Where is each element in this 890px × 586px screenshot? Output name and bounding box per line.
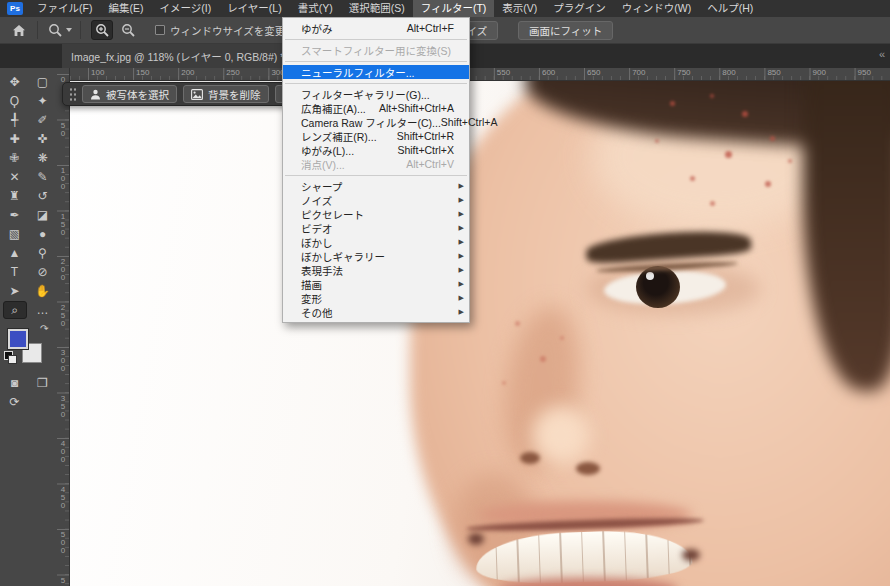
ruler-label: 600 — [540, 68, 585, 80]
menubar-item[interactable]: イメージ(I) — [151, 0, 219, 17]
menu-item-label: その他 — [301, 305, 333, 320]
remove-background-label: 背景を削除 — [208, 87, 261, 102]
menubar-item[interactable]: フィルター(T) — [413, 0, 495, 17]
filter-menu-item[interactable]: 変形 ▶ — [283, 291, 469, 305]
brush-tool[interactable]: ✎ — [31, 168, 55, 186]
ruler-label: 700 — [630, 68, 675, 80]
resize-windows-checkbox[interactable]: ウィンドウサイズを変更 — [155, 23, 285, 38]
filter-menu-item[interactable]: ぼかし ▶ — [283, 235, 469, 249]
horizontal-ruler[interactable]: 1001502002503003504004505005506006507007… — [70, 68, 890, 81]
color-swatches: ↷ — [8, 325, 57, 369]
filter-menu-item[interactable]: Camera Raw フィルター(C)... Shift+Ctrl+A ▶ — [283, 115, 469, 129]
photo-blemish — [670, 101, 675, 106]
history-brush-tool[interactable]: ↺ — [31, 187, 55, 205]
zoom-in-button[interactable] — [91, 20, 113, 40]
fit-screen-button[interactable]: 画面にフィット — [518, 21, 613, 40]
filter-menu-item[interactable]: レンズ補正(R)... Shift+Ctrl+R ▶ — [283, 129, 469, 143]
healing-brush-tool[interactable]: ✜ — [31, 130, 55, 148]
pen-tool[interactable]: ⊘ — [31, 263, 55, 281]
filter-menu-item[interactable]: 消点(V)... Alt+Ctrl+V ▶ — [283, 157, 469, 171]
menubar-item[interactable]: ファイル(F) — [29, 0, 100, 17]
filter-menu-item[interactable]: スマートフィルター用に変換(S) ▶ — [283, 43, 469, 57]
patch-tool[interactable]: ✙ — [3, 149, 27, 167]
submenu-arrow-icon: ▶ — [459, 252, 464, 260]
document-canvas[interactable] — [70, 81, 890, 586]
collapse-panels-icon[interactable]: « — [879, 48, 885, 60]
filter-menu-item[interactable]: ビデオ ▶ — [283, 221, 469, 235]
filter-menu-item[interactable]: 描画 ▶ — [283, 277, 469, 291]
ruler-label: 300 — [57, 348, 70, 394]
object-selection-tool[interactable]: ✦ — [31, 92, 55, 110]
quick-mask-button[interactable]: ◙ — [3, 374, 27, 392]
default-colors-icon[interactable] — [4, 351, 13, 360]
filter-menu-item[interactable]: ノイズ ▶ — [283, 193, 469, 207]
divider — [37, 21, 38, 39]
clone-stamp-tool[interactable]: ✕ — [3, 168, 27, 186]
mixer-brush-tool[interactable]: ✒ — [3, 206, 27, 224]
filter-menu-item[interactable]: ニューラルフィルター... ▶ — [283, 65, 469, 79]
contextual-taskbar: 被写体を選択 背景を削除 — [62, 82, 314, 106]
path-selection-tool[interactable]: ➤ — [3, 282, 27, 300]
photo-nose-highlight — [532, 406, 590, 464]
filter-menu-item[interactable]: その他 ▶ — [283, 305, 469, 319]
photo-nostril — [520, 452, 540, 464]
photo-blemish — [502, 381, 506, 385]
photo-blemish — [742, 111, 748, 117]
menubar-item[interactable]: プラグイン — [545, 0, 614, 17]
screen-mode-button[interactable]: ❐ — [31, 374, 55, 392]
gradient-tool[interactable]: ▧ — [3, 225, 27, 243]
menu-item-shortcut: Alt+Shift+Ctrl+A — [379, 102, 463, 114]
filter-menu-item[interactable]: 表現手法 ▶ — [283, 263, 469, 277]
divider — [80, 21, 81, 39]
checkbox-icon — [155, 25, 165, 35]
zoom-out-button[interactable] — [117, 20, 139, 40]
filter-menu-item[interactable]: 広角補正(A)... Alt+Shift+Ctrl+A ▶ — [283, 101, 469, 115]
zoom-tool[interactable]: ⌕ — [3, 301, 27, 319]
tools-bottom-grid: ◙ ❐ ⟳ — [0, 369, 57, 411]
stamp-tool[interactable]: ♜ — [3, 187, 27, 205]
edit-toolbar-button[interactable]: … — [31, 301, 55, 319]
eyedropper-tool[interactable]: ✐ — [31, 111, 55, 129]
menubar-item[interactable]: ウィンドウ(W) — [614, 0, 699, 17]
filter-menu-item[interactable]: ゆがみ(L)... Shift+Ctrl+X ▶ — [283, 143, 469, 157]
eraser-tool[interactable]: ◪ — [31, 206, 55, 224]
vertical-ruler[interactable]: 050100150200250300350400450500550 — [57, 68, 70, 586]
menu-item-label: ぼかしギャラリー — [301, 249, 385, 264]
menubar-item[interactable]: 表示(V) — [494, 0, 545, 17]
menu-item-shortcut: Shift+Ctrl+A — [441, 116, 507, 128]
filter-menu-item[interactable]: ぼかしギャラリー ▶ — [283, 249, 469, 263]
type-tool[interactable]: T — [3, 263, 27, 281]
image-icon — [191, 89, 203, 100]
menubar-item[interactable]: 書式(Y) — [290, 0, 341, 17]
menubar-item[interactable]: レイヤー(L) — [219, 0, 290, 17]
filter-menu-item[interactable]: ゆがみ Alt+Ctrl+F ▶ — [283, 21, 469, 35]
swap-colors-icon[interactable]: ↷ — [40, 323, 48, 334]
hand-tool[interactable]: ✋ — [31, 282, 55, 300]
spot-healing-tool[interactable]: ✚ — [3, 130, 27, 148]
drag-handle[interactable] — [69, 87, 76, 101]
zoom-tool-indicator[interactable] — [48, 23, 72, 38]
document-tab[interactable]: Image_fx.jpg @ 118% (レイヤー 0, RGB/8#) * × — [62, 44, 309, 68]
remove-tool[interactable]: ❋ — [31, 149, 55, 167]
marquee-tool[interactable]: ▢ — [31, 73, 55, 91]
remove-background-button[interactable]: 背景を削除 — [183, 85, 269, 103]
photo-blemish — [540, 356, 546, 362]
crop-tool[interactable]: ╃ — [3, 111, 27, 129]
home-icon[interactable] — [9, 20, 29, 40]
document-tab-title: Image_fx.jpg @ 118% (レイヤー 0, RGB/8#) * — [71, 49, 284, 64]
blur-tool[interactable]: ● — [31, 225, 55, 243]
ruler-label: 550 — [495, 68, 540, 80]
menubar-item[interactable]: 選択範囲(S) — [341, 0, 413, 17]
sharpen-tool[interactable]: ▲ — [3, 244, 27, 262]
lasso-tool[interactable]: Ϙ — [3, 92, 27, 110]
menubar-item[interactable]: ヘルプ(H) — [699, 0, 761, 17]
dodge-tool[interactable]: ⚲ — [31, 244, 55, 262]
foreground-color-swatch[interactable] — [8, 329, 28, 349]
filter-menu-item[interactable]: ピクセレート ▶ — [283, 207, 469, 221]
share-button[interactable]: ⟳ — [3, 393, 27, 411]
filter-menu-item[interactable]: フィルターギャラリー(G)... ▶ — [283, 87, 469, 101]
menubar-item[interactable]: 編集(E) — [100, 0, 151, 17]
move-tool[interactable]: ✥ — [3, 73, 27, 91]
filter-menu-item[interactable]: シャープ ▶ — [283, 179, 469, 193]
select-subject-button[interactable]: 被写体を選択 — [82, 85, 177, 103]
